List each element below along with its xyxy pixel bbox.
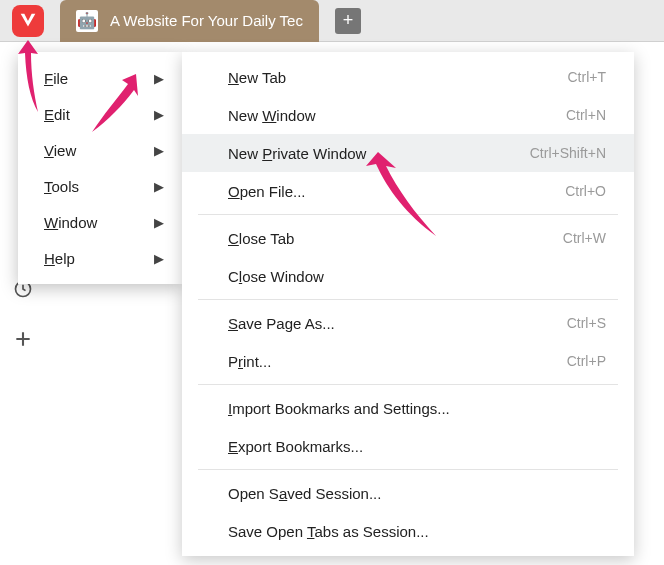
shortcut-label: Ctrl+O xyxy=(565,183,606,199)
new-tab-button[interactable]: + xyxy=(335,8,361,34)
chevron-right-icon: ▶ xyxy=(154,215,164,230)
menu-item-open-file[interactable]: Open File... Ctrl+O xyxy=(182,172,634,210)
menu-item-new-tab[interactable]: New Tab Ctrl+T xyxy=(182,58,634,96)
chevron-right-icon: ▶ xyxy=(154,143,164,158)
menu-separator xyxy=(198,469,618,470)
menu-separator xyxy=(198,214,618,215)
chevron-right-icon: ▶ xyxy=(154,71,164,86)
shortcut-label: Ctrl+W xyxy=(563,230,606,246)
menu-help[interactable]: Help ▶ xyxy=(18,240,182,276)
menubar-dropdown: File ▶ Edit ▶ View ▶ Tools ▶ Window ▶ He… xyxy=(18,52,182,284)
menu-file[interactable]: File ▶ xyxy=(18,60,182,96)
tab-bar: 🤖 A Website For Your Daily Tec + xyxy=(0,0,664,42)
shortcut-label: Ctrl+Shift+N xyxy=(530,145,606,161)
menu-tools[interactable]: Tools ▶ xyxy=(18,168,182,204)
shortcut-label: Ctrl+P xyxy=(567,353,606,369)
menu-item-open-saved-session[interactable]: Open Saved Session... xyxy=(182,474,634,512)
menu-item-new-window[interactable]: New Window Ctrl+N xyxy=(182,96,634,134)
shortcut-label: Ctrl+N xyxy=(566,107,606,123)
menu-item-print[interactable]: Print... Ctrl+P xyxy=(182,342,634,380)
menu-item-save-tabs-as-session[interactable]: Save Open Tabs as Session... xyxy=(182,512,634,550)
menu-item-new-private-window[interactable]: New Private Window Ctrl+Shift+N xyxy=(182,134,634,172)
tab-title: A Website For Your Daily Tec xyxy=(110,12,303,29)
shortcut-label: Ctrl+S xyxy=(567,315,606,331)
vivaldi-app-icon[interactable] xyxy=(12,5,44,37)
browser-tab[interactable]: 🤖 A Website For Your Daily Tec xyxy=(60,0,319,42)
menu-separator xyxy=(198,299,618,300)
chevron-right-icon: ▶ xyxy=(154,107,164,122)
file-submenu: New Tab Ctrl+T New Window Ctrl+N New Pri… xyxy=(182,52,634,556)
menu-item-close-window[interactable]: Close Window xyxy=(182,257,634,295)
menu-view[interactable]: View ▶ xyxy=(18,132,182,168)
chevron-right-icon: ▶ xyxy=(154,251,164,266)
menu-item-import-bookmarks[interactable]: Import Bookmarks and Settings... xyxy=(182,389,634,427)
favicon-glyph: 🤖 xyxy=(77,11,97,30)
menu-window[interactable]: Window ▶ xyxy=(18,204,182,240)
menu-item-save-page-as[interactable]: Save Page As... Ctrl+S xyxy=(182,304,634,342)
menu-item-export-bookmarks[interactable]: Export Bookmarks... xyxy=(182,427,634,465)
chevron-right-icon: ▶ xyxy=(154,179,164,194)
plus-icon: + xyxy=(343,10,354,31)
menu-item-close-tab[interactable]: Close Tab Ctrl+W xyxy=(182,219,634,257)
shortcut-label: Ctrl+T xyxy=(568,69,607,85)
menu-edit[interactable]: Edit ▶ xyxy=(18,96,182,132)
tab-favicon-icon: 🤖 xyxy=(76,10,98,32)
add-panel-icon[interactable] xyxy=(12,328,34,350)
menu-separator xyxy=(198,384,618,385)
